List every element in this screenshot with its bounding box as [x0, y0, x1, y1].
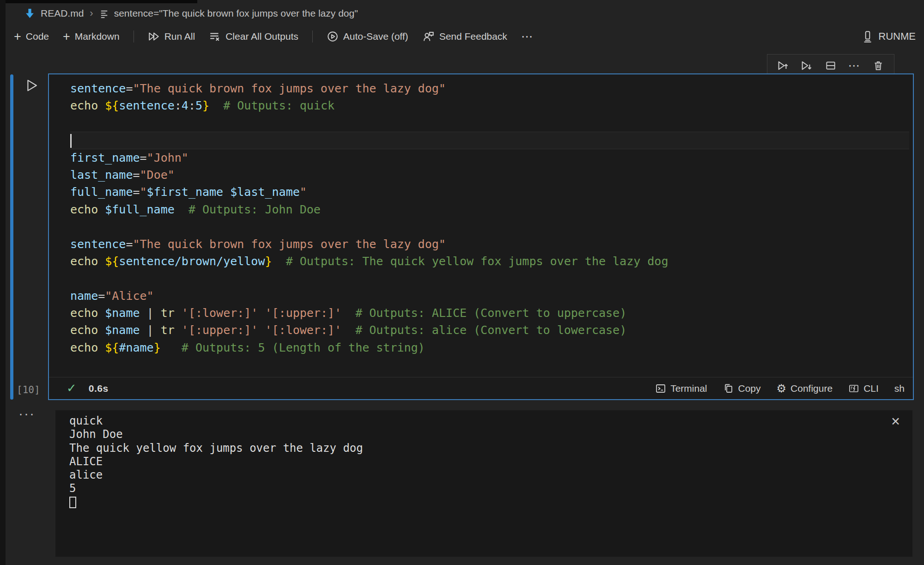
send-feedback-button[interactable]: Send Feedback: [422, 30, 507, 43]
run-all-label: Run All: [164, 31, 195, 42]
ellipsis-icon: ⋯: [848, 59, 861, 73]
code-line[interactable]: first_name="John": [70, 149, 909, 166]
cell-status-right: Terminal Copy ⚙ Configure: [655, 382, 905, 395]
add-markdown-label: Markdown: [75, 31, 120, 42]
clear-all-outputs-label: Clear All Outputs: [225, 31, 298, 42]
output-more-button[interactable]: ···: [18, 406, 35, 421]
tab-edge: [6, 0, 197, 3]
cell-output: quickJohn DoeThe quick yellow fox jumps …: [55, 410, 912, 557]
plus-icon: +: [63, 32, 70, 41]
toolbar-separator: [312, 30, 313, 43]
markdown-file-icon: [24, 8, 36, 19]
symbol-list-icon: [99, 8, 109, 19]
execute-above-button[interactable]: [774, 56, 792, 75]
clear-outputs-icon: [209, 30, 221, 43]
copy-label: Copy: [738, 383, 761, 394]
output-line: alice: [69, 468, 899, 482]
execution-duration: 0.6s: [89, 383, 109, 394]
execution-count: [10]: [17, 384, 40, 395]
code-line[interactable]: [70, 132, 909, 149]
breadcrumb: READ.md › sentence="The quick brown fox …: [24, 6, 358, 21]
terminal-label: Terminal: [670, 383, 707, 394]
clear-all-outputs-button[interactable]: Clear All Outputs: [209, 30, 298, 43]
language-label: sh: [894, 383, 905, 394]
run-all-button[interactable]: Run All: [148, 30, 195, 43]
breadcrumb-chevron: ›: [89, 7, 94, 19]
add-markdown-button[interactable]: + Markdown: [63, 31, 120, 42]
feedback-person-icon: [422, 30, 435, 43]
cli-button[interactable]: CLI: [848, 383, 879, 394]
code-line[interactable]: echo $name | tr '[:upper:]' '[:lower:]' …: [70, 322, 909, 339]
toolbar-more-button[interactable]: ⋯: [521, 30, 534, 44]
code-line[interactable]: echo ${#name} # Outputs: 5 (Length of th…: [70, 339, 909, 356]
code-line[interactable]: echo $full_name # Outputs: John Doe: [70, 201, 909, 218]
code-line[interactable]: sentence="The quick brown fox jumps over…: [70, 236, 909, 253]
add-code-label: Code: [26, 31, 49, 42]
output-line: ALICE: [69, 455, 899, 468]
output-line: 5: [69, 482, 899, 495]
code-line[interactable]: echo ${sentence/brown/yellow} # Outputs:…: [70, 253, 909, 270]
output-text: quickJohn DoeThe quick yellow fox jumps …: [55, 410, 912, 516]
cli-icon: [848, 383, 859, 394]
toolbar-separator: [134, 30, 134, 43]
split-cell-button[interactable]: [821, 56, 840, 75]
close-output-icon[interactable]: ✕: [891, 415, 900, 428]
breadcrumb-symbol[interactable]: sentence="The quick brown fox jumps over…: [114, 8, 358, 19]
code-line[interactable]: full_name="$first_name $last_name": [70, 183, 909, 200]
send-feedback-label: Send Feedback: [439, 31, 507, 42]
code-line[interactable]: last_name="Doe": [70, 166, 909, 183]
code-line[interactable]: echo ${sentence:4:5} # Outputs: quick: [70, 97, 909, 114]
code-line[interactable]: [70, 115, 909, 132]
code-cell: sentence="The quick brown fox jumps over…: [48, 73, 914, 400]
code-line[interactable]: name="Alice": [70, 287, 909, 304]
runme-brand[interactable]: RUNME: [862, 30, 916, 43]
cell-status-bar: ✓ 0.6s Terminal Copy: [49, 377, 913, 399]
notebook-toolbar: + Code + Markdown Run All Clear All Outp…: [14, 26, 916, 47]
delete-cell-button[interactable]: [869, 56, 888, 75]
auto-save-toggle[interactable]: Auto-Save (off): [327, 30, 408, 43]
cell-status-left: ✓ 0.6s: [67, 381, 109, 395]
breadcrumb-file[interactable]: READ.md: [41, 8, 84, 19]
text-cursor: [70, 134, 72, 148]
auto-save-icon: [327, 30, 339, 43]
execute-below-button[interactable]: [797, 56, 816, 75]
terminal-cursor: [69, 497, 76, 508]
code-line[interactable]: [70, 270, 909, 287]
terminal-button[interactable]: Terminal: [655, 383, 707, 394]
cli-label: CLI: [863, 383, 879, 394]
configure-button[interactable]: ⚙ Configure: [777, 382, 833, 395]
runme-logo-icon: [862, 30, 874, 43]
success-check-icon: ✓: [67, 381, 77, 395]
code-line[interactable]: sentence="The quick brown fox jumps over…: [70, 80, 909, 97]
editor-left-edge: [0, 0, 6, 565]
run-cell-button[interactable]: [24, 78, 40, 93]
output-line: quick: [69, 414, 899, 428]
language-picker[interactable]: sh: [894, 383, 905, 394]
run-all-icon: [148, 30, 160, 43]
gear-icon: ⚙: [777, 382, 787, 395]
cell-focus-bar[interactable]: [10, 74, 13, 400]
output-line: The quick yellow fox jumps over the lazy…: [69, 442, 899, 455]
ellipsis-icon: ⋯: [521, 30, 534, 44]
runme-label: RUNME: [878, 30, 916, 43]
output-line: John Doe: [69, 428, 899, 441]
copy-icon: [723, 383, 734, 394]
plus-icon: +: [14, 32, 21, 41]
auto-save-label: Auto-Save (off): [343, 31, 408, 42]
add-code-button[interactable]: + Code: [14, 31, 49, 42]
configure-label: Configure: [790, 383, 833, 394]
code-line[interactable]: [70, 218, 909, 235]
code-line[interactable]: echo $name | tr '[:lower:]' '[:upper:]' …: [70, 304, 909, 322]
cell-more-button[interactable]: ⋯: [845, 56, 864, 75]
code-editor[interactable]: sentence="The quick brown fox jumps over…: [49, 74, 913, 377]
terminal-icon: [655, 383, 666, 394]
copy-button[interactable]: Copy: [723, 383, 761, 394]
